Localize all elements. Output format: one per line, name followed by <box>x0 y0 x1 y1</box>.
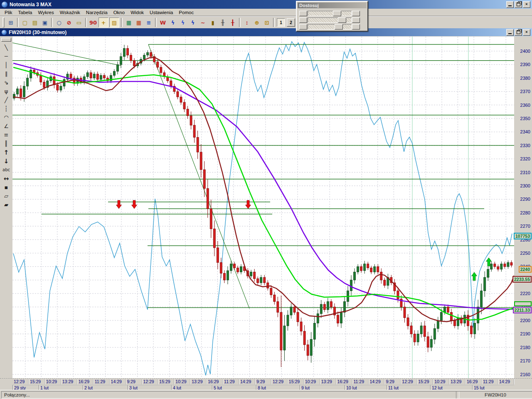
list-icon[interactable]: ≡ <box>144 18 153 27</box>
window-panes-icon[interactable]: ⊞ <box>6 18 15 27</box>
view-button-2[interactable]: 2 <box>287 18 295 27</box>
slider-left-button[interactable] <box>299 17 307 23</box>
price-scale-icon[interactable]: 90 <box>89 18 98 27</box>
time-label: 9:29 <box>384 379 401 384</box>
slider-track[interactable] <box>308 24 352 30</box>
chart-restore-button[interactable] <box>515 29 522 36</box>
ray-line-tool[interactable]: ╱ <box>1 96 11 104</box>
dialog-slider-row <box>299 11 360 15</box>
price-label: 2280 <box>515 210 530 215</box>
slider-thumb[interactable] <box>338 17 346 23</box>
pitchfork-tool[interactable]: ψ <box>1 87 11 96</box>
vertical-zones-tool[interactable]: ║ <box>1 139 11 148</box>
price-label: 2270 <box>515 224 530 229</box>
menu-item-wykres[interactable]: Wykres <box>35 10 57 15</box>
toolbar-separator <box>121 18 123 27</box>
application-window: Notowania 3 MAX × PlikTabelaWykresWskaźn… <box>0 0 532 399</box>
zigzag1-icon[interactable]: ϟ <box>168 18 177 27</box>
grid-style-icon[interactable]: ▨ <box>109 17 119 27</box>
menu-item-ustawienia[interactable]: Ustawienia <box>147 10 176 15</box>
time-label: 13:29 <box>190 379 207 384</box>
menu-item-okno[interactable]: Okno <box>111 10 128 15</box>
menu-item-tabela[interactable]: Tabela <box>15 10 35 15</box>
bar-chart-icon[interactable]: ▮ <box>208 18 217 27</box>
crosshair-icon[interactable]: + <box>99 17 108 27</box>
chart-minimize-button[interactable] <box>506 29 514 36</box>
chart-plot-area[interactable] <box>12 37 514 378</box>
time-label: 12:29 <box>12 379 29 384</box>
slider-track[interactable] <box>308 11 352 16</box>
price-label: 2320 <box>515 156 530 161</box>
time-zones-tool[interactable]: ┆ <box>1 104 11 113</box>
toolbar-grip[interactable] <box>2 17 5 27</box>
candlestick-icon[interactable]: ╂ <box>228 18 237 27</box>
close-button[interactable]: × <box>523 1 530 8</box>
quote-board-icon[interactable]: ▦ <box>134 18 143 27</box>
menu-item-plik[interactable]: Plik <box>2 10 15 15</box>
time-label: 13:29 <box>61 379 77 384</box>
eraser-all-tool[interactable]: ▰ <box>1 200 11 209</box>
menu-item-widok[interactable]: Widok <box>128 10 147 15</box>
horizontal-arrow-tool[interactable]: ↔ <box>1 174 11 183</box>
price-label: 2370 <box>515 89 530 94</box>
point-add-icon[interactable]: ⊕ <box>252 18 261 27</box>
vertical-line-tool[interactable]: │ <box>1 61 11 69</box>
time-label: 11:29 <box>223 379 239 384</box>
chart-add-icon[interactable]: ⊡ <box>262 18 271 27</box>
time-label: 13:29 <box>449 379 466 384</box>
ruler-icon[interactable]: ▭ <box>74 18 84 27</box>
menu-item-pomoc[interactable]: Pomoc <box>176 10 197 15</box>
chart-window-title-bar[interactable]: FW20H10 (30-minutowo) × <box>0 28 532 36</box>
menu-item-narzdzia[interactable]: Narzędzia <box>83 10 111 15</box>
fibo-fan-tool[interactable]: ∠ <box>1 122 11 131</box>
save-icon[interactable]: ▣ <box>40 18 49 27</box>
price-tag: 2233.55 <box>512 276 532 283</box>
time-label: 15:29 <box>158 379 174 384</box>
zigzag2-icon[interactable]: ϟ <box>178 18 187 27</box>
minimize-button[interactable] <box>506 1 514 8</box>
text-tool[interactable]: abc <box>1 165 11 174</box>
wl-icon[interactable]: W <box>158 18 167 27</box>
price-label: 2340 <box>515 129 530 134</box>
dostosuj-dialog[interactable]: Dostosuj <box>296 1 368 32</box>
zoom-off-icon[interactable]: ⊘ <box>64 18 74 27</box>
pointer-tool[interactable]: ▪ <box>1 183 11 192</box>
dialog-title-bar[interactable]: Dostosuj <box>298 2 367 8</box>
menu-item-wskanik[interactable]: Wskaźnik <box>57 10 83 15</box>
zoom-icon[interactable]: ○ <box>54 18 64 27</box>
fibo-arcs-tool[interactable]: ◠ <box>1 113 11 122</box>
fibo-retracement-tool[interactable]: ≡ <box>1 131 11 139</box>
restore-button[interactable] <box>515 1 522 8</box>
slider-right-button[interactable] <box>352 11 360 16</box>
zigzag3-icon[interactable]: ϟ <box>188 18 197 27</box>
slider-left-button[interactable] <box>299 11 307 16</box>
eraser-tool[interactable]: ▱ <box>1 192 11 200</box>
price-label: 2220 <box>515 291 530 296</box>
trend-arrow-tool[interactable]: ⇘ <box>1 78 11 87</box>
price-label: 2170 <box>515 358 530 363</box>
new-file-icon[interactable]: ▢ <box>20 18 30 27</box>
time-axis: 12:2915:2910:2913:2916:2911:2914:299:291… <box>0 378 532 390</box>
slider-track[interactable] <box>308 17 352 23</box>
slider-right-button[interactable] <box>352 24 360 30</box>
chart-close-button[interactable]: × <box>523 29 530 36</box>
slider-left-button[interactable] <box>299 24 307 30</box>
slider-right-button[interactable] <box>352 17 360 23</box>
view-button-1[interactable]: 1 <box>277 18 285 27</box>
dots-icon[interactable]: : <box>242 18 251 27</box>
line-chart-icon[interactable]: ~ <box>198 18 207 27</box>
trend-line-tool[interactable]: ╲ <box>1 43 11 52</box>
arrow-up-tool[interactable]: ↑ <box>1 148 11 157</box>
main-title-bar[interactable]: Notowania 3 MAX × <box>0 0 532 9</box>
arrow-down-tool[interactable]: ↓ <box>1 157 11 165</box>
parallel-lines-tool[interactable]: ∥ <box>1 69 11 78</box>
toolbar-handle[interactable] <box>1 38 11 42</box>
ohlc-bars-icon[interactable]: ╫ <box>218 18 227 27</box>
price-label: 2380 <box>515 76 530 81</box>
slider-thumb[interactable] <box>333 11 341 16</box>
slider-thumb[interactable] <box>335 24 343 30</box>
table-icon[interactable]: ▦ <box>124 18 133 27</box>
open-folder-icon[interactable]: ▤ <box>30 18 39 27</box>
time-label: 14:29 <box>239 379 255 384</box>
horizontal-line-tool[interactable]: ─ <box>1 52 11 61</box>
